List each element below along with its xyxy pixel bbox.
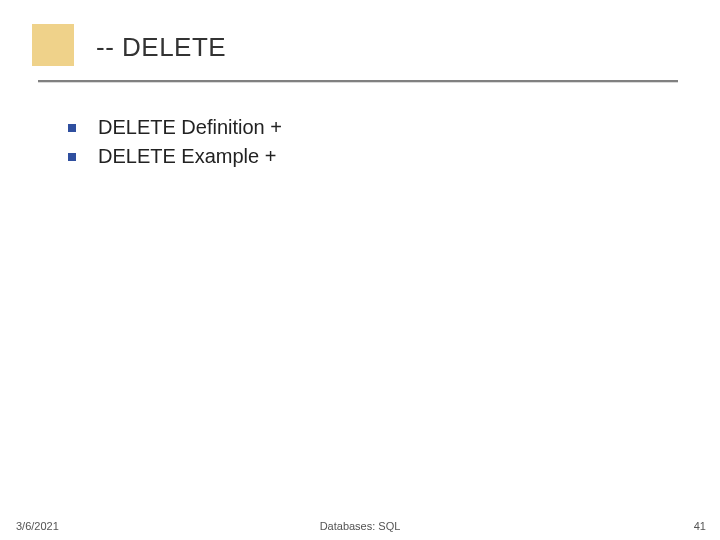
- bullet-icon: [68, 124, 76, 132]
- header-accent-block: [32, 24, 74, 66]
- slide: -- DELETE DELETE Definition + DELETE Exa…: [0, 0, 720, 540]
- bullet-text: DELETE Example +: [98, 145, 276, 168]
- bullet-text: DELETE Definition +: [98, 116, 282, 139]
- bullet-icon: [68, 153, 76, 161]
- list-item: DELETE Example +: [68, 145, 282, 168]
- footer-subject: Databases: SQL: [0, 520, 720, 532]
- title-wrap: -- DELETE: [96, 32, 226, 63]
- title-underline: [38, 80, 678, 82]
- list-item: DELETE Definition +: [68, 116, 282, 139]
- footer-page-number: 41: [694, 520, 706, 532]
- slide-title: -- DELETE: [96, 32, 226, 63]
- content-area: DELETE Definition + DELETE Example +: [68, 116, 282, 174]
- footer: 3/6/2021 Databases: SQL 41: [0, 510, 720, 540]
